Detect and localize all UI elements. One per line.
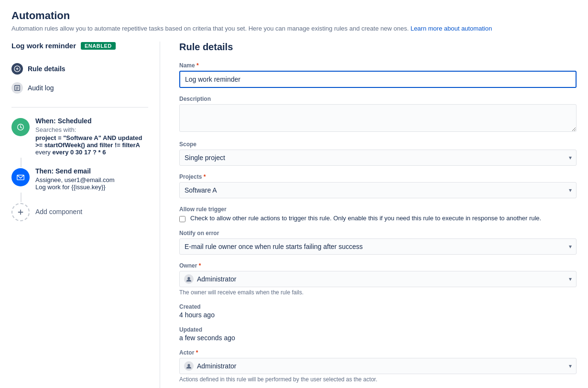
description-group: Description <box>179 96 577 133</box>
nav-label-rule-details: Rule details <box>28 65 65 73</box>
updated-value: a few seconds ago <box>179 334 577 342</box>
send-email-body: Then: Send email Assignee, user1@email.c… <box>35 167 148 193</box>
name-input[interactable] <box>179 71 577 88</box>
add-component-label: Add component <box>35 208 82 216</box>
actor-label: Actor * <box>179 349 577 356</box>
audit-log-icon <box>11 82 23 94</box>
allow-rule-trigger-group: Allow rule trigger Check to allow other … <box>179 206 577 222</box>
add-component-icon <box>11 203 30 221</box>
projects-label: Projects * <box>179 173 577 180</box>
description-textarea[interactable] <box>179 104 577 132</box>
send-email-title: Then: Send email <box>35 167 148 175</box>
right-panel: Rule details Name * Description Scope Si… <box>160 42 577 388</box>
owner-group: Owner * Administrator ▾ The owner will r… <box>179 262 577 296</box>
allow-rule-trigger-text: Check to allow other rule actions to tri… <box>190 215 541 222</box>
send-email-detail2: Log work for {{issue.key}} <box>35 183 148 191</box>
scope-label: Scope <box>179 141 577 148</box>
send-email-detail1: Assignee, user1@email.com <box>35 176 148 183</box>
actor-select-wrapper: Administrator ▾ <box>179 358 577 374</box>
notify-on-error-select[interactable]: E-mail rule owner once when rule starts … <box>179 238 577 255</box>
owner-label: Owner * <box>179 262 577 269</box>
connector-2 <box>21 193 22 202</box>
scheduled-detail: project = "Software A" AND updated >= st… <box>35 134 148 156</box>
rule-header: Log work reminder ENABLED <box>11 42 148 50</box>
notify-on-error-label: Notify on error <box>179 230 577 237</box>
learn-more-link[interactable]: Learn more about automation <box>411 25 492 32</box>
scheduled-body: When: Scheduled Searches with: project =… <box>35 117 148 158</box>
name-group: Name * <box>179 62 577 88</box>
projects-select-wrapper: Software A Software B ▾ <box>179 182 577 198</box>
owner-select-wrapper: Administrator ▾ <box>179 271 577 287</box>
nav-item-audit-log[interactable]: Audit log <box>11 78 148 97</box>
allow-rule-trigger-checkbox[interactable] <box>179 216 185 222</box>
component-scheduled[interactable]: When: Scheduled Searches with: project =… <box>11 117 148 158</box>
scope-select[interactable]: Single project Multiple projects Global <box>179 150 577 166</box>
owner-select[interactable]: Administrator <box>179 271 577 287</box>
enabled-badge: ENABLED <box>81 42 116 50</box>
actor-helper-text: Actions defined in this rule will be per… <box>179 376 577 383</box>
updated-group: Updated a few seconds ago <box>179 326 577 342</box>
scheduled-title: When: Scheduled <box>35 117 148 125</box>
connector-1 <box>21 158 22 167</box>
rule-details-title: Rule details <box>179 42 577 53</box>
allow-rule-trigger-label: Allow rule trigger <box>179 206 577 213</box>
allow-rule-trigger-checkbox-group: Check to allow other rule actions to tri… <box>179 215 577 222</box>
svg-line-9 <box>21 127 22 128</box>
nav-divider <box>11 107 148 108</box>
scope-group: Scope Single project Multiple projects G… <box>179 141 577 166</box>
actor-select[interactable]: Administrator <box>179 358 577 374</box>
scheduled-subtitle: Searches with: <box>35 126 148 133</box>
left-panel: Log work reminder ENABLED Rule details <box>11 42 160 388</box>
add-component-row[interactable]: Add component <box>11 202 148 221</box>
created-value: 4 hours ago <box>179 311 577 319</box>
rule-details-icon <box>11 63 23 75</box>
nav-item-rule-details[interactable]: Rule details <box>11 59 148 78</box>
created-label: Created <box>179 303 577 310</box>
created-group: Created 4 hours ago <box>179 303 577 319</box>
scope-select-wrapper: Single project Multiple projects Global … <box>179 150 577 166</box>
page-title: Automation <box>11 10 577 22</box>
component-list: When: Scheduled Searches with: project =… <box>11 117 148 221</box>
notify-on-error-select-wrapper: E-mail rule owner once when rule starts … <box>179 238 577 255</box>
page-description: Automation rules allow you to automate r… <box>11 25 577 32</box>
projects-select[interactable]: Software A Software B <box>179 182 577 198</box>
name-label: Name * <box>179 62 577 69</box>
email-icon <box>11 168 30 186</box>
rule-name-label: Log work reminder <box>11 42 76 50</box>
nav-items: Rule details Audit log <box>11 59 148 97</box>
owner-helper-text: The owner will receive emails when the r… <box>179 289 577 296</box>
component-send-email[interactable]: Then: Send email Assignee, user1@email.c… <box>11 167 148 193</box>
nav-label-audit-log: Audit log <box>28 84 54 92</box>
description-label: Description <box>179 96 577 102</box>
updated-label: Updated <box>179 326 577 333</box>
scheduled-icon <box>11 118 30 136</box>
actor-group: Actor * Administrator ▾ Actions defined … <box>179 349 577 383</box>
projects-group: Projects * Software A Software B ▾ <box>179 173 577 198</box>
notify-on-error-group: Notify on error E-mail rule owner once w… <box>179 230 577 255</box>
